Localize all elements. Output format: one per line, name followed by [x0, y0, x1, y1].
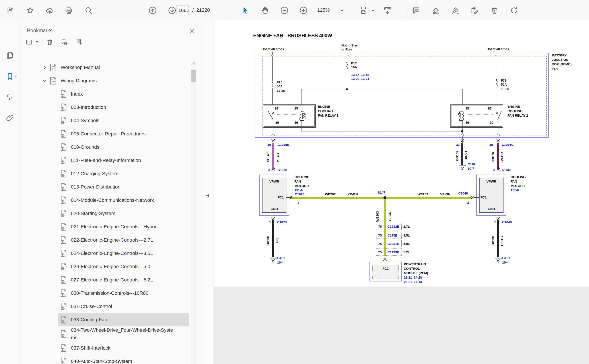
- page-display-button[interactable]: [358, 5, 369, 16]
- bookmark-item[interactable]: 004-Symbols: [58, 114, 189, 127]
- previous-page-button[interactable]: [147, 5, 158, 16]
- bookmark-page-icon: [60, 276, 67, 284]
- wire-color-label: BK-GY: [500, 235, 504, 246]
- bookmark-item[interactable]: 040-Auto-Start-Stop-System: [58, 355, 189, 364]
- print-button[interactable]: [63, 5, 74, 16]
- hand-tool-button[interactable]: [260, 5, 270, 16]
- bookmark-item[interactable]: 030-Transmission-Controls---10R80: [58, 286, 189, 300]
- search-button[interactable]: [83, 5, 94, 16]
- bookmark-options-caret-icon[interactable]: [35, 41, 39, 43]
- bookmark-item[interactable]: 011-Fuse-and-Relay-Information: [58, 154, 189, 167]
- wire-bk-vt: [461, 144, 463, 165]
- scrollbar-up-icon[interactable]: [192, 62, 195, 65]
- circuit-label: GD131: [491, 235, 495, 246]
- bookmark-item-wiring-diagrams[interactable]: Wiring Diagrams: [40, 74, 189, 87]
- scrollbar-thumb[interactable]: [191, 70, 196, 82]
- panel-toolbar-divider: [42, 38, 43, 46]
- pcm-page-ref: 22-21 24-28: [404, 275, 422, 280]
- comment-button[interactable]: [411, 5, 422, 16]
- locate-bookmark-button[interactable]: [74, 37, 84, 47]
- select-tool-button[interactable]: [240, 5, 251, 16]
- panel-title: Bookmarks: [27, 28, 53, 34]
- connector-name: C1232B: [388, 225, 399, 229]
- page-number-input[interactable]: 1683: [177, 6, 188, 15]
- edit-page-button[interactable]: [469, 5, 480, 16]
- connector-arrow-icon: [383, 257, 387, 261]
- zoom-out-button[interactable]: [279, 5, 290, 16]
- zoom-in-button[interactable]: [298, 5, 309, 16]
- fuse-symbol: [345, 62, 349, 70]
- connector-pin: 3: [492, 168, 495, 172]
- zoom-caret-icon[interactable]: [341, 10, 344, 12]
- collapse-panel-icon[interactable]: ◄: [205, 193, 210, 198]
- close-panel-button[interactable]: [187, 26, 197, 36]
- panel-divider: [25, 58, 198, 58]
- engine-variant-label: 2.7L: [403, 225, 410, 229]
- connector-pin: 30: [266, 143, 271, 147]
- connector-name: C1078: [295, 192, 304, 196]
- bookmark-item[interactable]: 021-Electronic-Engine-Controls---Hybrid: [58, 220, 189, 234]
- page-display-caret-icon[interactable]: [371, 10, 374, 12]
- bookmark-item[interactable]: 014-Module-Communications-Network: [58, 194, 189, 207]
- highlight-button[interactable]: [430, 5, 441, 16]
- motor2-label: COOLING: [511, 175, 526, 179]
- destinations-tab[interactable]: [5, 92, 15, 103]
- connector-arrow-icon: [271, 139, 275, 143]
- connector-pin: 3: [267, 168, 270, 172]
- bookmark-item[interactable]: 013-Power-Distribution: [58, 180, 189, 194]
- page-thumbnails-tab[interactable]: [5, 50, 15, 61]
- bookmark-item-selected[interactable]: 033-Cooling-Fan: [58, 313, 189, 326]
- toolbar-divider: [232, 4, 232, 17]
- motor-pin-gnd: GND: [479, 207, 503, 211]
- add-bookmark-button[interactable]: [59, 37, 69, 47]
- next-page-button[interactable]: [167, 5, 177, 16]
- cloud-upload-button[interactable]: [44, 5, 55, 16]
- engine-variant-label: 5.2L: [403, 250, 410, 254]
- circuit-label: GD132: [455, 151, 459, 161]
- bookmark-item-workshop-manual[interactable]: Workshop Manual: [40, 61, 189, 74]
- zoom-level-label[interactable]: 125%: [317, 7, 330, 13]
- bookmarks-tab[interactable]: [5, 71, 15, 82]
- ground-symbol: [494, 258, 502, 264]
- chevron-down-icon[interactable]: [42, 78, 47, 83]
- panel-scrollbar[interactable]: [191, 61, 196, 364]
- ground-symbol: [269, 258, 277, 264]
- bookmark-item[interactable]: 024-Electronic-Engine-Controls---3.5L: [58, 247, 189, 260]
- bookmark-item[interactable]: 005-Connector-Repair-Procedures: [58, 127, 189, 141]
- feed-label: Hot in Start: [341, 43, 358, 48]
- connector-name: C175B: [388, 234, 397, 238]
- star-button[interactable]: [25, 5, 35, 16]
- connector-pin: 30: [488, 143, 493, 147]
- bookmark-item[interactable]: 034-Two-Wheel-Drive_Four-Wheel-Drive-Sys…: [58, 326, 189, 341]
- connector-arrow-icon: [271, 167, 275, 171]
- panel-splitter[interactable]: ◄: [203, 21, 214, 364]
- bookmark-item[interactable]: 012-Charging-System: [58, 167, 189, 180]
- chevron-right-icon[interactable]: [42, 65, 47, 70]
- delete-button[interactable]: [489, 5, 500, 16]
- sign-button[interactable]: [450, 5, 461, 16]
- bookmark-item[interactable]: 026-Electronic-Engine-Controls---5.0L: [58, 260, 189, 273]
- bookmark-item[interactable]: Index: [58, 87, 189, 101]
- fuse-page-ref: 13-26: [277, 89, 285, 93]
- bookmark-item[interactable]: 027-Electronic-Engine-Controls---5.2L: [58, 273, 189, 286]
- delete-bookmark-button[interactable]: [45, 37, 55, 47]
- bookmark-item[interactable]: 037-Shift-Interlock: [58, 341, 189, 355]
- pcm-pin-fc1: FC1: [372, 267, 399, 271]
- bookmark-page-icon: [60, 344, 67, 352]
- bookmark-item[interactable]: 010-Grounds: [58, 141, 189, 154]
- bookmark-item[interactable]: 022-Electronic-Engine-Controls---2.7L: [58, 234, 189, 247]
- rotate-button[interactable]: [509, 5, 519, 16]
- left-rail: ‹: [0, 21, 20, 364]
- scroll-mode-button[interactable]: [382, 5, 393, 16]
- bookmark-item[interactable]: 003-Introduction: [58, 101, 189, 114]
- circuit-label: CBB76: [491, 152, 495, 163]
- document-area: ENGINE FAN - BRUSHLESS 400W BATTERY JUNC…: [214, 21, 589, 364]
- ground-page-ref: 10-4: [277, 260, 284, 265]
- bookmark-options-button[interactable]: [24, 37, 34, 47]
- attachments-tab[interactable]: [5, 112, 15, 123]
- save-button[interactable]: [5, 5, 16, 16]
- bookmark-item[interactable]: 031-Cruise-Control: [58, 300, 189, 313]
- connector-pin: 2: [297, 201, 299, 205]
- fuse-rating: 50A: [501, 83, 507, 87]
- bookmark-item[interactable]: 020-Starting-System: [58, 207, 189, 220]
